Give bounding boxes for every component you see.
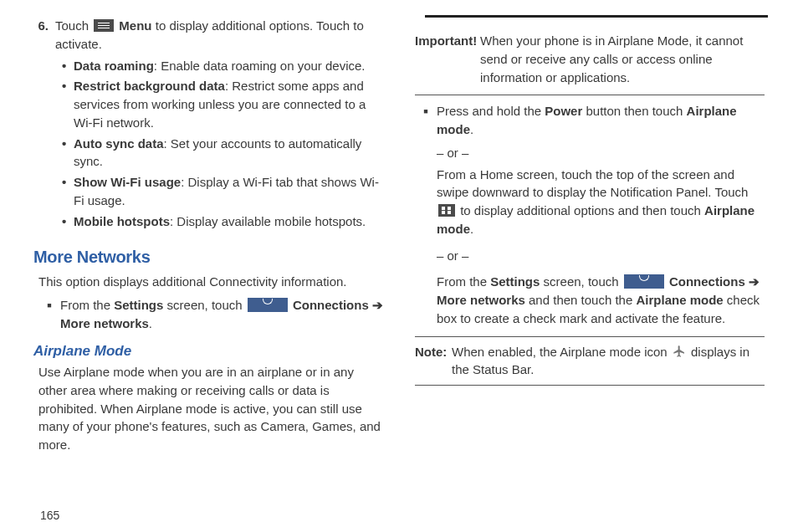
- bullet-item: • Mobile hotspots: Display available mob…: [62, 212, 383, 231]
- heading-airplane-mode: Airplane Mode: [33, 341, 383, 362]
- note-body: When enabled, the Airplane mode icon dis…: [452, 343, 765, 380]
- text: From the: [437, 274, 490, 289]
- bullet-item: • Data roaming: Enable data roaming on y…: [62, 57, 383, 75]
- connections-icon-label: Connections: [254, 311, 282, 312]
- important-body: When your phone is in Airplane Mode, it …: [480, 32, 765, 86]
- airplane-mode-desc: Use Airplane mode when you are in an air…: [38, 363, 383, 454]
- square-list: ■ From the Settings screen, touch Connec…: [38, 296, 383, 333]
- important-box: Important! When your phone is in Airplan…: [415, 27, 765, 95]
- text: screen, touch: [163, 298, 245, 312]
- bullet-mark: •: [62, 212, 74, 231]
- text: Press and hold the: [437, 104, 545, 118]
- or-separator: – or –: [437, 144, 765, 162]
- method-3: From the Settings screen, touch Connecti…: [437, 273, 765, 327]
- rest: : Display available mobile hotspots.: [170, 214, 366, 228]
- important-tag: Important!: [415, 32, 480, 86]
- text: and then touch the: [525, 293, 637, 307]
- expand-icon: [438, 204, 455, 217]
- right-column: Important! When your phone is in Airplan…: [415, 17, 765, 524]
- bullet-item: • Auto sync data: Set your accounts to a…: [62, 135, 383, 171]
- square-bullet-icon: ■: [38, 296, 60, 333]
- text: to display additional options and then t…: [457, 203, 704, 217]
- connections-icon: Connections: [624, 274, 664, 289]
- list-body: From the Settings screen, touch Connecti…: [60, 296, 383, 333]
- bullet-text: Data roaming: Enable data roaming on you…: [74, 57, 383, 75]
- list-item: ■ From the Settings screen, touch Connec…: [38, 296, 383, 333]
- step-6: 6. Touch Menu to display additional opti…: [33, 17, 383, 237]
- text: When enabled, the Airplane mode icon: [452, 345, 671, 359]
- bullet-mark: •: [62, 135, 74, 171]
- bold: Show Wi-Fi usage: [74, 175, 181, 189]
- airplane-mode-label: Airplane mode: [636, 293, 723, 307]
- arrow-right-icon: ➔: [372, 298, 383, 312]
- more-networks-label: More networks: [60, 316, 149, 330]
- step-body: Touch Menu to display additional options…: [55, 17, 383, 237]
- note-box: Note: When enabled, the Airplane mode ic…: [415, 336, 765, 386]
- connections-label: Connections: [289, 298, 372, 312]
- heading-more-networks: More Networks: [33, 245, 383, 269]
- period: .: [149, 316, 152, 330]
- bullet-mark: •: [62, 173, 74, 210]
- text: button then touch: [582, 104, 686, 118]
- more-networks-label: More networks: [437, 293, 525, 307]
- step-number: 6.: [33, 17, 55, 237]
- arrow-right-icon: ➔: [749, 274, 760, 289]
- text: From a Home screen, touch the top of the…: [437, 167, 748, 200]
- bold: Data roaming: [74, 59, 154, 73]
- bullet-mark: •: [62, 77, 74, 131]
- method-2: From a Home screen, touch the top of the…: [437, 166, 765, 238]
- page: 6. Touch Menu to display additional opti…: [0, 0, 798, 532]
- bold: Auto sync data: [74, 136, 164, 151]
- text: screen, touch: [540, 274, 622, 289]
- bullet-text: Show Wi-Fi usage: Display a Wi-Fi tab th…: [74, 173, 383, 210]
- period: .: [470, 122, 473, 136]
- bullet-mark: •: [62, 57, 74, 75]
- menu-label: Menu: [115, 18, 151, 33]
- connections-label: Connections: [666, 274, 749, 289]
- period: .: [470, 222, 473, 236]
- rest: : Enable data roaming on your device.: [154, 59, 366, 73]
- airplane-icon: [673, 345, 686, 358]
- list-body: Press and hold the Power button then tou…: [437, 102, 765, 139]
- settings-label: Settings: [490, 274, 540, 289]
- bullet-text: Restrict background data: Restrict some …: [74, 77, 383, 131]
- more-networks-desc: This option displays additional Connecti…: [38, 273, 383, 291]
- bullet-item: • Show Wi-Fi usage: Display a Wi-Fi tab …: [62, 173, 383, 210]
- connections-icon-label: Connections: [631, 288, 658, 289]
- settings-label: Settings: [114, 298, 163, 312]
- menu-icon: [94, 19, 114, 32]
- bold: Mobile hotspots: [74, 214, 170, 228]
- list-item: ■ Press and hold the Power button then t…: [415, 102, 765, 139]
- bold: Restrict background data: [74, 79, 225, 93]
- bullet-item: • Restrict background data: Restrict som…: [62, 77, 383, 131]
- bullet-text: Auto sync data: Set your accounts to aut…: [74, 135, 383, 171]
- square-bullet-icon: ■: [415, 102, 437, 139]
- connections-icon: Connections: [248, 298, 288, 312]
- page-number: 165: [40, 507, 59, 524]
- or-separator: – or –: [437, 247, 765, 265]
- square-list: ■ Press and hold the Power button then t…: [415, 102, 765, 139]
- bullet-list: • Data roaming: Enable data roaming on y…: [62, 57, 383, 231]
- text: From the: [60, 298, 114, 312]
- power-label: Power: [545, 104, 582, 118]
- note-tag: Note:: [415, 343, 452, 380]
- left-column: 6. Touch Menu to display additional opti…: [33, 17, 383, 524]
- bullet-text: Mobile hotspots: Display available mobil…: [74, 212, 383, 231]
- text: Touch: [55, 18, 92, 33]
